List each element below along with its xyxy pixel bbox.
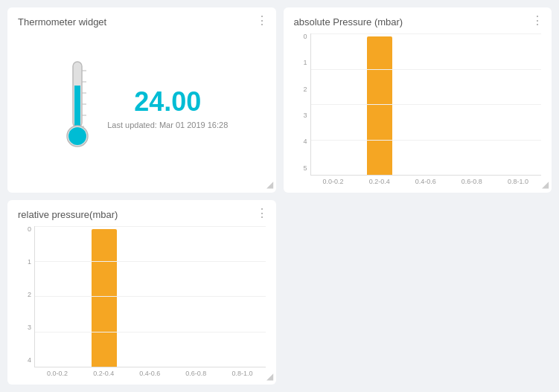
absolute-pressure-bars	[310, 33, 542, 176]
relative-pressure-y-axis: 4 3 2 1 0	[18, 226, 34, 378]
bar-group-4	[495, 36, 541, 175]
thermometer-widget: Thermometer widget ⋮	[7, 7, 276, 193]
relative-pressure-x-labels: 0.0-0.2 0.2-0.4 0.4-0.6 0.6-0.8 0.8-1.0	[34, 367, 266, 377]
absolute-pressure-menu-icon[interactable]: ⋮	[531, 15, 544, 27]
rel-bar-group-0	[35, 229, 81, 367]
relative-pressure-widget: relative pressure(mbar) ⋮ 4 3 2 1 0 0.	[7, 200, 276, 385]
resize-handle: ◢	[266, 179, 273, 190]
svg-rect-1	[74, 86, 80, 127]
relative-pressure-menu-icon[interactable]: ⋮	[256, 208, 269, 219]
absolute-pressure-widget: absolute Pressure (mbar) ⋮ 5 4 3 2 1 0	[284, 7, 552, 193]
relative-pressure-chart-inner: 0.0-0.2 0.2-0.4 0.4-0.6 0.6-0.8 0.8-1.0	[34, 226, 266, 378]
bar-1	[367, 36, 392, 175]
thermometer-value: 24.00	[134, 86, 201, 118]
rel-bar-group-3	[173, 229, 220, 367]
absolute-pressure-chart: 5 4 3 2 1 0 0.0-0.2 0.2-0.4 0.4-0.	[294, 30, 542, 185]
absolute-pressure-chart-inner: 0.0-0.2 0.2-0.4 0.4-0.6 0.6-0.8 0.8-1.0	[310, 33, 542, 185]
rel-bar-group-2	[127, 229, 173, 367]
bar-group-0	[311, 36, 357, 175]
relative-pressure-title: relative pressure(mbar)	[18, 209, 266, 220]
rel-bar-1	[92, 229, 117, 367]
rel-bar-group-4	[220, 229, 266, 367]
absolute-pressure-title: absolute Pressure (mbar)	[294, 16, 542, 28]
dashboard: Thermometer widget ⋮	[0, 0, 559, 392]
resize-handle-3: ◢	[266, 371, 273, 382]
thermometer-menu-icon[interactable]: ⋮	[256, 15, 269, 27]
thermometer-content: 24.00 Last updated: Mar 01 2019 16:28	[18, 30, 266, 185]
bar-group-2	[403, 36, 449, 175]
thermometer-svg	[55, 56, 100, 160]
bar-group-1	[357, 36, 403, 175]
thermometer-title: Thermometer widget	[18, 16, 266, 28]
thermometer-last-updated: Last updated: Mar 01 2019 16:28	[107, 121, 228, 129]
empty-widget	[284, 200, 552, 385]
relative-pressure-chart: 4 3 2 1 0 0.0-0.2 0.2-0.4 0.4-0.6	[18, 223, 266, 378]
resize-handle-2: ◢	[542, 179, 549, 190]
rel-bar-group-1	[81, 229, 127, 367]
thermometer-reading: 24.00 Last updated: Mar 01 2019 16:28	[107, 86, 228, 129]
absolute-pressure-x-labels: 0.0-0.2 0.2-0.4 0.4-0.6 0.6-0.8 0.8-1.0	[310, 176, 542, 185]
absolute-pressure-y-axis: 5 4 3 2 1 0	[294, 33, 310, 185]
relative-pressure-bars	[34, 226, 266, 368]
svg-point-4	[68, 127, 86, 145]
bar-group-3	[449, 36, 495, 175]
